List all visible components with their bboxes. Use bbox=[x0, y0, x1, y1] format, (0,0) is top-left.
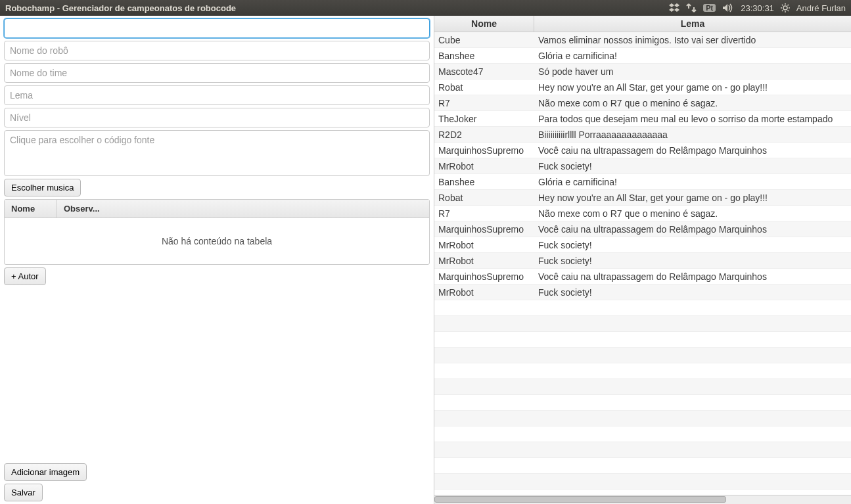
robots-table-head: Nome Lema bbox=[434, 16, 851, 32]
table-row[interactable]: TheJokerPara todos que desejam meu mal e… bbox=[434, 111, 851, 127]
table-row[interactable]: Mascote47Só pode haver um bbox=[434, 64, 851, 80]
code-source-input[interactable] bbox=[4, 130, 430, 176]
cell-lema: Você caiu na ultrapassagem do Relâmpago … bbox=[534, 144, 851, 157]
table-row-empty bbox=[434, 442, 851, 458]
add-author-button[interactable]: + Autor bbox=[4, 267, 46, 285]
cell-lema: Fuck society! bbox=[534, 239, 851, 252]
cell-nome: R2D2 bbox=[434, 128, 534, 141]
robots-table[interactable]: Nome Lema CubeVamos eliminar nossos inim… bbox=[434, 16, 851, 495]
cell-lema: Fuck society! bbox=[534, 160, 851, 173]
save-button[interactable]: Salvar bbox=[4, 484, 43, 501]
table-row[interactable]: RobatHey now you're an All Star, get you… bbox=[434, 80, 851, 95]
robots-list-panel: Nome Lema CubeVamos eliminar nossos inim… bbox=[434, 16, 851, 504]
cell-nome: Cube bbox=[434, 34, 534, 47]
table-row-empty bbox=[434, 426, 851, 442]
window-title: Robochamp - Gerenciador de campeonatos d… bbox=[5, 3, 236, 13]
cell-nome: MrRobot bbox=[434, 254, 534, 267]
system-menubar: Robochamp - Gerenciador de campeonatos d… bbox=[0, 0, 851, 16]
table-row[interactable]: CubeVamos eliminar nossos inimigos. Isto… bbox=[434, 32, 851, 48]
cell-nome: MrRobot bbox=[434, 160, 534, 173]
cell-lema: Glória e carnificina! bbox=[534, 49, 851, 62]
lema-input[interactable] bbox=[4, 85, 430, 105]
authors-table: Nome Observ... Não há conteúdo na tabela bbox=[4, 199, 430, 265]
network-icon[interactable] bbox=[686, 3, 697, 12]
cell-nome: MarquinhosSupremo bbox=[434, 270, 534, 283]
volume-icon[interactable] bbox=[722, 3, 734, 12]
cell-lema: Vamos eliminar nossos inimigos. Isto vai… bbox=[534, 34, 851, 47]
robots-horizontal-scrollbar[interactable] bbox=[434, 495, 851, 504]
keyboard-layout-badge[interactable]: Pt bbox=[703, 4, 716, 12]
table-row[interactable]: MarquinhosSupremoVocê caiu na ultrapassa… bbox=[434, 143, 851, 158]
table-row-empty bbox=[434, 458, 851, 474]
system-tray: Pt 23:30:31 André Furlan bbox=[669, 3, 846, 13]
table-row[interactable]: R2D2Biiiiiiiiiirllll Porraaaaaaaaaaaaaa bbox=[434, 127, 851, 143]
robot-name-input[interactable] bbox=[4, 41, 430, 60]
cell-nome: Robat bbox=[434, 191, 534, 204]
scrollbar-thumb[interactable] bbox=[434, 496, 726, 503]
authors-table-head: Nome Observ... bbox=[5, 200, 429, 218]
cell-nome: R7 bbox=[434, 207, 534, 220]
table-row[interactable]: R7Não mexe com o R7 que o menino é sagaz… bbox=[434, 206, 851, 221]
table-row-empty bbox=[434, 332, 851, 348]
user-name[interactable]: André Furlan bbox=[796, 3, 846, 13]
cell-nome: Banshee bbox=[434, 175, 534, 189]
svg-point-0 bbox=[783, 6, 787, 10]
authors-col-name[interactable]: Nome bbox=[5, 200, 57, 218]
cell-lema: Hey now you're an All Star, get your gam… bbox=[534, 81, 851, 94]
table-row-empty bbox=[434, 300, 851, 316]
cell-nome: MrRobot bbox=[434, 239, 534, 252]
nivel-input[interactable] bbox=[4, 108, 430, 127]
table-row[interactable]: MrRobotFuck society! bbox=[434, 237, 851, 253]
cell-lema: Você caiu na ultrapassagem do Relâmpago … bbox=[534, 223, 851, 236]
table-row[interactable]: MrRobotFuck society! bbox=[434, 285, 851, 300]
cell-lema: Você caiu na ultrapassagem do Relâmpago … bbox=[534, 270, 851, 283]
robots-col-name[interactable]: Nome bbox=[434, 16, 534, 32]
cell-lema: Para todos que desejam meu mal eu levo o… bbox=[534, 112, 851, 126]
clock[interactable]: 23:30:31 bbox=[741, 3, 774, 13]
cell-nome: TheJoker bbox=[434, 112, 534, 126]
cell-lema: Só pode haver um bbox=[534, 65, 851, 78]
table-row[interactable]: BansheeGlória e carnificina! bbox=[434, 48, 851, 64]
table-row-empty bbox=[434, 474, 851, 490]
table-row[interactable]: MrRobotFuck society! bbox=[434, 158, 851, 174]
table-row[interactable]: MrRobotFuck society! bbox=[434, 253, 851, 269]
app-body: Escolher musica Nome Observ... Não há co… bbox=[0, 16, 851, 504]
dropbox-icon[interactable] bbox=[669, 3, 679, 12]
cell-nome: R7 bbox=[434, 97, 534, 110]
cell-lema: Não mexe com o R7 que o menino é sagaz. bbox=[534, 207, 851, 220]
choose-music-button[interactable]: Escolher musica bbox=[4, 179, 81, 196]
table-row-empty bbox=[434, 348, 851, 363]
cell-lema: Hey now you're an All Star, get your gam… bbox=[534, 191, 851, 204]
cell-lema: Biiiiiiiiiirllll Porraaaaaaaaaaaaaa bbox=[534, 128, 851, 141]
field-0-input[interactable] bbox=[4, 18, 430, 38]
table-row[interactable]: R7Não mexe com o R7 que o menino é sagaz… bbox=[434, 95, 851, 111]
authors-table-empty-msg: Não há conteúdo na tabela bbox=[5, 218, 429, 264]
table-row-empty bbox=[434, 363, 851, 379]
gear-icon[interactable] bbox=[781, 3, 790, 12]
table-row-empty bbox=[434, 379, 851, 395]
table-row[interactable]: RobatHey now you're an All Star, get you… bbox=[434, 190, 851, 206]
cell-lema: Não mexe com o R7 que o menino é sagaz. bbox=[534, 97, 851, 110]
authors-col-obs[interactable]: Observ... bbox=[57, 200, 429, 218]
cell-nome: Robat bbox=[434, 81, 534, 94]
form-panel: Escolher musica Nome Observ... Não há co… bbox=[0, 16, 434, 504]
cell-nome: Mascote47 bbox=[434, 65, 534, 78]
cell-nome: Banshee bbox=[434, 49, 534, 62]
table-row-empty bbox=[434, 395, 851, 411]
table-row[interactable]: MarquinhosSupremoVocê caiu na ultrapassa… bbox=[434, 269, 851, 285]
add-image-button[interactable]: Adicionar imagem bbox=[4, 463, 87, 481]
table-row-empty bbox=[434, 316, 851, 332]
table-row-empty bbox=[434, 411, 851, 426]
table-row[interactable]: MarquinhosSupremoVocê caiu na ultrapassa… bbox=[434, 221, 851, 237]
cell-nome: MrRobot bbox=[434, 286, 534, 299]
cell-lema: Glória e carnificina! bbox=[534, 175, 851, 189]
robots-col-lema[interactable]: Lema bbox=[534, 16, 851, 32]
cell-nome: MarquinhosSupremo bbox=[434, 223, 534, 236]
table-row[interactable]: BansheeGlória e carnificina! bbox=[434, 174, 851, 190]
team-name-input[interactable] bbox=[4, 63, 430, 83]
cell-lema: Fuck society! bbox=[534, 254, 851, 267]
cell-nome: MarquinhosSupremo bbox=[434, 144, 534, 157]
image-placeholder-area bbox=[4, 288, 430, 461]
cell-lema: Fuck society! bbox=[534, 286, 851, 299]
